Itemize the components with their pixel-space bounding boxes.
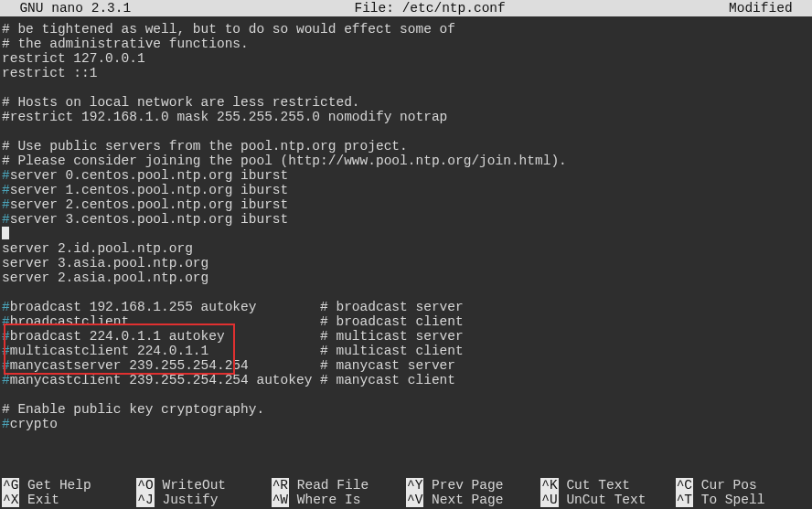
editor-line: #server 2.centos.pool.ntp.org iburst [2,197,810,212]
hotkey-key: ^W [272,493,289,507]
editor-line: server 2.id.pool.ntp.org [2,241,810,256]
hotkey-key: ^C [676,478,693,493]
editor-line: server 2.asia.pool.ntp.org [2,270,810,285]
editor-line: #server 0.centos.pool.ntp.org iburst [2,168,810,183]
editor-line [2,80,810,95]
hotkey-cell: ^G Get Help [2,478,136,493]
editor-line: #broadcast 224.0.1.1 autokey # multicast… [2,329,810,344]
hotkey-cell: ^U UnCut Text [540,493,675,507]
hotkey-key: ^U [540,493,558,507]
editor-line: #broadcastclient # broadcast client [2,314,810,329]
editor-line [2,387,810,402]
hotkey-label: Read File [289,478,369,493]
hotkey-key: ^J [136,493,154,507]
editor-line: #multicastclient 224.0.1.1 # multicast c… [2,344,810,358]
text-cursor [2,227,9,239]
hotkey-cell: ^V Next Page [406,493,540,507]
editor-line [2,124,810,139]
hotkey-cell: ^Y Prev Page [406,478,540,493]
editor-line: #restrict 192.168.1.0 mask 255.255.255.0… [2,110,810,124]
hotkey-cell: ^X Exit [2,493,136,507]
hotkey-label: Get Help [19,478,91,493]
hotkey-cell: ^J Justify [136,493,271,507]
editor-line: # Hosts on local network are less restri… [2,95,810,110]
hotkey-cell: ^T To Spell [676,493,810,507]
hotkey-key: ^K [540,478,558,493]
hotkey-key: ^V [406,493,423,507]
editor-line [2,227,810,241]
editor-line: #server 1.centos.pool.ntp.org iburst [2,183,810,197]
file-path: File: /etc/ntp.conf [131,1,729,16]
editor-line: # Enable public key cryptography. [2,402,810,417]
hotkey-label: Cur Pos [693,478,757,493]
hotkey-key: ^R [272,478,289,493]
hotkey-cell: ^O WriteOut [136,478,271,493]
editor-line: server 3.asia.pool.ntp.org [2,256,810,270]
editor-line: # the administrative functions. [2,37,810,51]
modified-flag: Modified [729,1,808,16]
hotkey-label: Next Page [423,493,503,507]
hotkey-label: Justify [155,493,219,507]
editor-line: restrict ::1 [2,66,810,80]
editor-line: #manycastclient 239.255.254.254 autokey … [2,373,810,387]
hotkey-label: To Spell [693,493,764,507]
hotkey-cell: ^C Cur Pos [676,478,810,493]
editor-line: #broadcast 192.168.1.255 autokey # broad… [2,300,810,314]
hotkey-label: WriteOut [155,478,226,493]
hotkey-label: Exit [19,493,59,507]
editor-line: #server 3.centos.pool.ntp.org iburst [2,212,810,227]
editor-line: #crypto [2,417,810,431]
title-bar: GNU nano 2.3.1 File: /etc/ntp.conf Modif… [0,0,812,16]
hotkey-key: ^X [2,493,19,507]
hotkey-key: ^O [136,478,154,493]
editor-line: # Use public servers from the pool.ntp.o… [2,139,810,154]
app-name: GNU nano 2.3.1 [4,1,131,16]
hotkey-cell: ^W Where Is [272,493,406,507]
hotkey-label: Prev Page [423,478,503,493]
hotkey-cell: ^K Cut Text [540,478,675,493]
hotkey-label: Cut Text [559,478,630,493]
editor-line: #manycastserver 239.255.254.254 # manyca… [2,358,810,373]
hotkey-label: Where Is [289,493,360,507]
hotkey-bar: ^G Get Help^O WriteOut^R Read File^Y Pre… [0,478,812,509]
editor-line [2,285,810,300]
hotkey-key: ^Y [406,478,423,493]
hotkey-key: ^T [676,493,693,507]
editor-line: # be tightened as well, but to do so wou… [2,22,810,37]
editor-content[interactable]: # be tightened as well, but to do so wou… [0,16,812,431]
hotkey-cell: ^R Read File [272,478,406,493]
editor-line: # Please consider joining the pool (http… [2,154,810,168]
editor-line: restrict 127.0.0.1 [2,51,810,66]
hotkey-key: ^G [2,478,19,493]
hotkey-label: UnCut Text [559,493,646,507]
